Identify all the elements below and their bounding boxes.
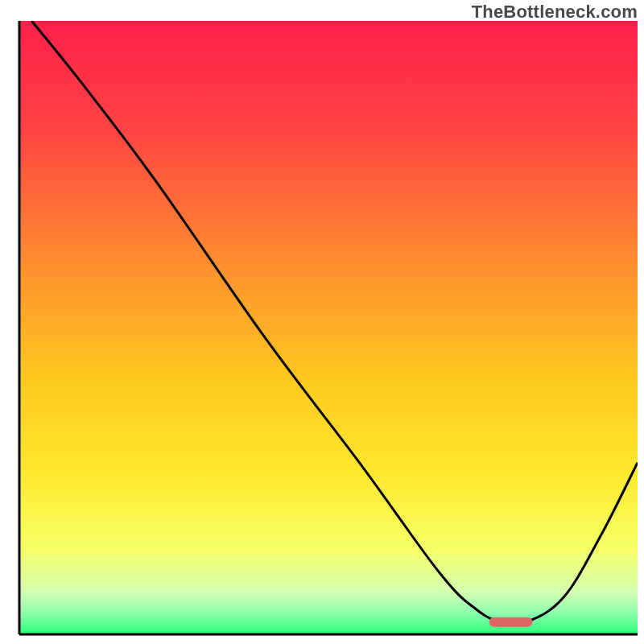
optimal-range-marker [489,617,533,627]
gradient-background [19,21,638,634]
chart-container: TheBottleneck.com [0,0,644,644]
chart-svg [0,0,644,644]
watermark-text: TheBottleneck.com [472,2,638,23]
